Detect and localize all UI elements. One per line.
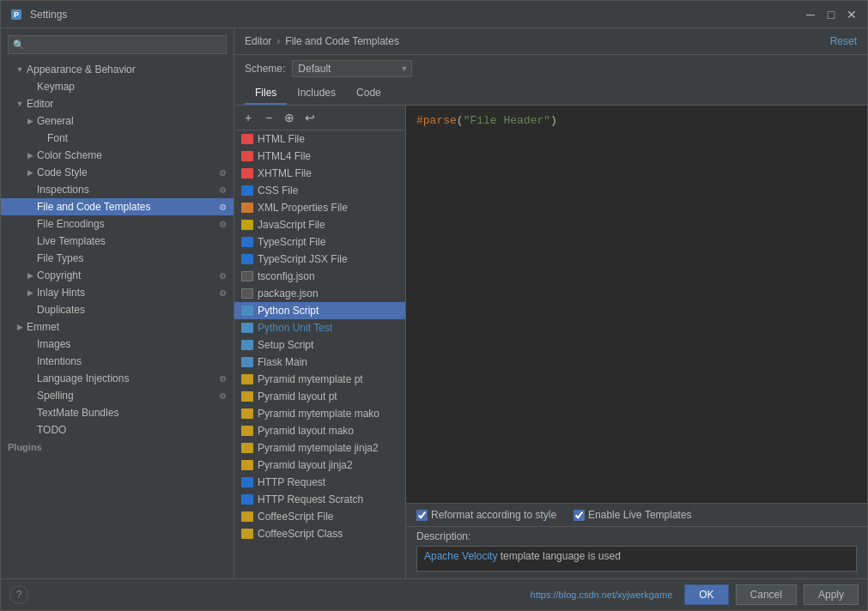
file-item-label: Pyramid mytemplate mako <box>258 408 379 420</box>
list-item[interactable]: CoffeeScript Class <box>234 525 405 542</box>
close-button[interactable]: ✕ <box>845 8 859 21</box>
sidebar-item-live-templates[interactable]: Live Templates <box>1 233 234 250</box>
badge-icon: ⚙ <box>219 185 227 195</box>
sidebar-item-inlay-hints[interactable]: ▶ Inlay Hints ⚙ <box>1 284 234 301</box>
list-item[interactable]: TypeScript File <box>234 233 405 251</box>
list-item[interactable]: JavaScript File <box>234 216 405 233</box>
help-button[interactable]: ? <box>9 585 28 604</box>
sidebar-item-intentions[interactable]: Intentions <box>1 353 234 370</box>
sidebar-label: Live Templates <box>37 235 106 247</box>
ts-file-icon <box>241 237 253 247</box>
sidebar-label: File Types <box>37 252 83 264</box>
list-item[interactable]: Setup Script <box>234 336 405 354</box>
search-input[interactable] <box>8 35 227 54</box>
list-item[interactable]: XHTML File <box>234 165 405 182</box>
tab-files[interactable]: Files <box>245 82 287 105</box>
description-panel: Description: Apache Velocity template la… <box>406 526 867 578</box>
list-item[interactable]: HTML4 File <box>234 148 405 165</box>
list-item[interactable]: HTTP Request Scratch <box>234 491 405 508</box>
expand-icon: ▶ <box>25 167 35 178</box>
reformat-label: Reformat according to style <box>431 509 556 521</box>
file-list: HTML File HTML4 File XHTML File CSS <box>234 130 405 578</box>
file-item-label: Pyramid layout mako <box>258 425 354 437</box>
http-request-icon <box>241 477 253 487</box>
sidebar-item-file-encodings[interactable]: File Encodings ⚙ <box>1 215 234 233</box>
code-editor[interactable]: #parse("File Header") <box>406 106 867 503</box>
list-item[interactable]: CoffeeScript File <box>234 508 405 525</box>
minimize-button[interactable]: ─ <box>804 8 817 21</box>
list-item[interactable]: HTML File <box>234 130 405 148</box>
sidebar-item-duplicates[interactable]: Duplicates <box>1 301 234 318</box>
reformat-checkbox-label[interactable]: Reformat according to style <box>416 509 556 521</box>
main-content: 🔍 ▼ Appearance & Behavior Keymap ▼ Edito… <box>1 28 867 578</box>
title-bar: P Settings ─ □ ✕ <box>1 1 867 28</box>
list-item[interactable]: Pyramid layout jinja2 <box>234 457 405 474</box>
tab-includes[interactable]: Includes <box>287 82 346 105</box>
sidebar-item-textmate-bundles[interactable]: TextMate Bundles <box>1 404 234 421</box>
remove-button[interactable]: − <box>260 109 277 126</box>
sidebar-item-images[interactable]: Images <box>1 336 234 353</box>
list-item[interactable]: TypeScript JSX File <box>234 251 405 268</box>
list-item[interactable]: tsconfig.json <box>234 268 405 285</box>
add-button[interactable]: + <box>240 109 257 126</box>
badge-icon: ⚙ <box>219 203 227 212</box>
sidebar-label: Color Scheme <box>37 149 102 161</box>
sidebar-item-file-types[interactable]: File Types <box>1 250 234 267</box>
sidebar-item-keymap[interactable]: Keymap <box>1 78 234 95</box>
list-item[interactable]: HTTP Request <box>234 474 405 491</box>
http-request-scratch-icon <box>241 494 253 505</box>
live-templates-checkbox-label[interactable]: Enable Live Templates <box>574 509 692 521</box>
cancel-button[interactable]: Cancel <box>736 584 797 605</box>
maximize-button[interactable]: □ <box>824 8 838 21</box>
sidebar-label: Images <box>37 338 70 350</box>
tab-code[interactable]: Code <box>346 82 392 105</box>
reformat-checkbox[interactable] <box>416 510 428 521</box>
live-templates-checkbox[interactable] <box>574 510 585 521</box>
sidebar-item-code-style[interactable]: ▶ Code Style ⚙ <box>1 164 234 181</box>
list-item[interactable]: Python Unit Test <box>234 319 405 336</box>
sidebar-item-emmet[interactable]: ▶ Emmet <box>1 318 234 336</box>
scheme-select[interactable]: Default Project <box>292 60 412 77</box>
ok-button[interactable]: OK <box>684 584 728 605</box>
sidebar-item-language-injections[interactable]: Language Injections ⚙ <box>1 370 234 387</box>
sidebar-label: Emmet <box>27 321 59 333</box>
sidebar-label: Editor <box>27 98 53 110</box>
sidebar-item-todo[interactable]: TODO <box>1 421 234 439</box>
list-item[interactable]: Pyramid layout mako <box>234 422 405 439</box>
plugins-label: Plugins <box>8 442 42 452</box>
list-item[interactable]: Pyramid mytemplate pt <box>234 371 405 388</box>
apply-button[interactable]: Apply <box>804 584 859 605</box>
sidebar-item-editor[interactable]: ▼ Editor <box>1 95 234 112</box>
list-item[interactable]: Pyramid layout pt <box>234 388 405 405</box>
sidebar-item-inspections[interactable]: Inspections ⚙ <box>1 181 234 198</box>
list-item[interactable]: package.json <box>234 285 405 302</box>
pyramid-layout-mako-icon <box>241 426 253 436</box>
list-item[interactable]: Pyramid mytemplate jinja2 <box>234 439 405 457</box>
sidebar-label: File and Code Templates <box>37 201 151 213</box>
sidebar-item-color-scheme[interactable]: ▶ Color Scheme <box>1 147 234 164</box>
list-item[interactable]: XML Properties File <box>234 199 405 216</box>
settings-window: P Settings ─ □ ✕ 🔍 ▼ Appearance & Behavi… <box>0 0 868 611</box>
badge-icon: ⚙ <box>219 391 227 401</box>
apache-velocity-link[interactable]: Apache Velocity <box>424 550 497 562</box>
file-item-label: Pyramid layout pt <box>258 390 337 402</box>
paren-close: ) <box>550 114 557 127</box>
search-icon: 🔍 <box>13 39 25 51</box>
file-item-label: XHTML File <box>258 167 312 179</box>
sidebar-item-spelling[interactable]: Spelling ⚙ <box>1 387 234 404</box>
list-item[interactable]: Pyramid mytemplate mako <box>234 405 405 422</box>
sidebar-item-appearance[interactable]: ▼ Appearance & Behavior <box>1 61 234 78</box>
list-item[interactable]: CSS File <box>234 182 405 199</box>
reset-template-button[interactable]: ↩ <box>301 109 319 126</box>
xml-file-icon <box>241 203 253 213</box>
sidebar-item-file-code-templates[interactable]: File and Code Templates ⚙ <box>1 198 234 215</box>
list-item[interactable]: Flask Main <box>234 354 405 371</box>
file-item-label: XML Properties File <box>258 202 348 214</box>
sidebar-item-copyright[interactable]: ▶ Copyright ⚙ <box>1 267 234 284</box>
copy-button[interactable]: ⊕ <box>281 109 298 126</box>
sidebar-item-general[interactable]: ▶ General <box>1 112 234 130</box>
badge-icon: ⚙ <box>219 220 227 229</box>
list-item[interactable]: Python Script <box>234 302 405 319</box>
reset-button[interactable]: Reset <box>830 35 857 47</box>
sidebar-item-font[interactable]: Font <box>1 130 234 147</box>
